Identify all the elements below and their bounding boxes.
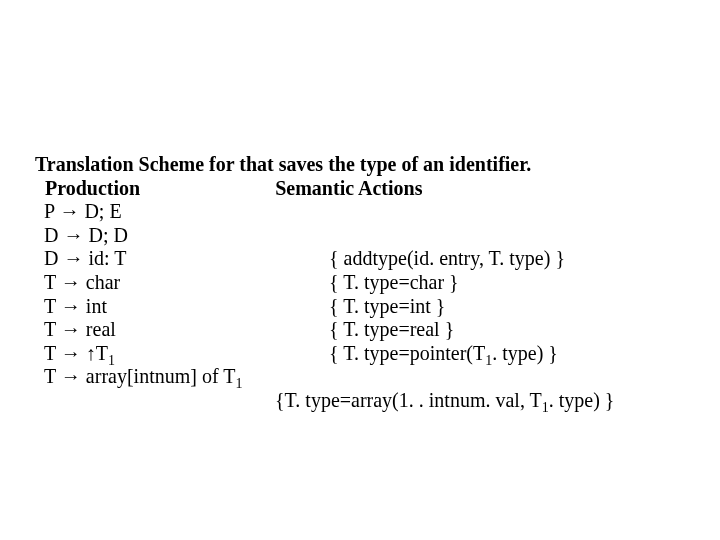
production: D → id: T — [44, 247, 329, 271]
prod-text: T → ↑T — [44, 342, 108, 364]
title-part2: that saves the type of an identifier. — [239, 153, 531, 175]
rule-row: D → D; D — [44, 224, 700, 248]
production: T → real — [44, 318, 329, 342]
rule-row: T → real { T. type=real } — [44, 318, 700, 342]
semantic-action-array: {T. type=array(1. . intnum. val, T1. typ… — [275, 389, 700, 413]
action-post: . type) } — [549, 389, 615, 411]
production: T → array[intnum] of T1 — [44, 365, 329, 389]
semantic-action: { T. type=char } — [329, 271, 459, 295]
scheme-content: Translation Scheme for that saves the ty… — [35, 153, 700, 413]
production: D → D; D — [44, 224, 329, 248]
semantic-action: { T. type=pointer(T1. type) } — [329, 342, 558, 366]
rule-row: T → char { T. type=char } — [44, 271, 700, 295]
rule-row-pointer: T → ↑T1 { T. type=pointer(T1. type) } — [44, 342, 700, 366]
production: T → char — [44, 271, 329, 295]
semantic-action: { T. type=real } — [329, 318, 454, 342]
rule-row: T → int { T. type=int } — [44, 295, 700, 319]
prod-text: T → array[intnum] of T — [44, 365, 235, 387]
production: P → D; E — [44, 200, 329, 224]
rule-row: D → id: T { addtype(id. entry, T. type) … — [44, 247, 700, 271]
header-production: Production — [45, 177, 140, 199]
action-pre: { T. type=pointer(T — [329, 342, 485, 364]
header-actions: Semantic Actions — [275, 177, 422, 199]
semantic-action: { T. type=int } — [329, 295, 445, 319]
action-pre: {T. type=array(1. . intnum. val, T — [275, 389, 542, 411]
subscript: 1 — [542, 400, 549, 415]
subscript: 1 — [235, 376, 242, 391]
rule-row-array: T → array[intnum] of T1 — [44, 365, 700, 389]
semantic-action: { addtype(id. entry, T. type) } — [329, 247, 565, 271]
production: T → int — [44, 295, 329, 319]
action-post: . type) } — [492, 342, 558, 364]
production: T → ↑T1 — [44, 342, 329, 366]
title-part1: Translation Scheme for — [35, 153, 239, 175]
rule-row: P → D; E — [44, 200, 700, 224]
title-line: Translation Scheme for that saves the ty… — [35, 153, 700, 177]
column-headers: Production Semantic Actions — [35, 177, 700, 201]
